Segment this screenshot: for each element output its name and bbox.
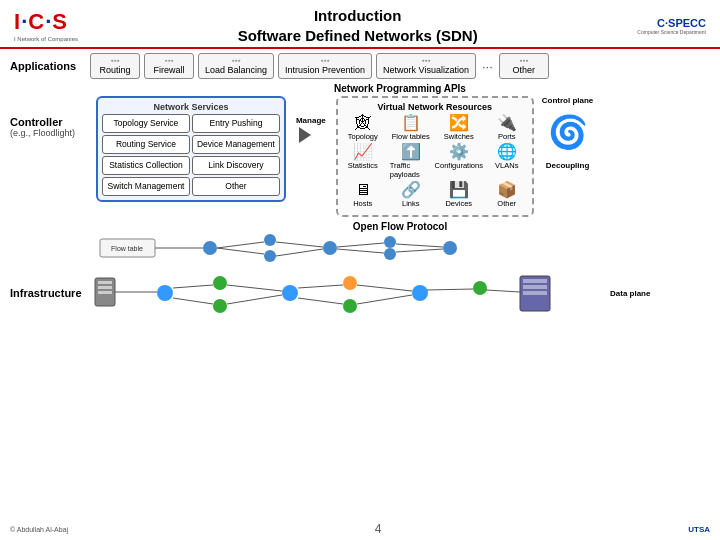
svg-line-14	[337, 243, 384, 247]
controller-sub: (e.g., Floodlight)	[10, 128, 90, 138]
logo-ics-area: I·C·S I Network of Companies	[14, 9, 78, 42]
vnr-row2: 📈 Statistics ⬆️ Traffic payloads ⚙️ Conf…	[342, 144, 528, 179]
vnr-flow-tables: 📋 Flow tables	[390, 115, 432, 141]
manage-arrow-icon	[299, 127, 323, 143]
vnr-vlans: 🌐 VLANs	[486, 144, 528, 179]
data-plane-label: Data plane	[610, 289, 650, 298]
svc-stats: Statistics Collection	[102, 156, 190, 175]
svg-line-10	[217, 242, 264, 248]
vnr-row3: 🖥 Hosts 🔗 Links 💾 Devices 📦 Other	[342, 182, 528, 208]
vnr-statistics: 📈 Statistics	[342, 144, 384, 179]
vnr-ports: 🔌 Ports	[486, 115, 528, 141]
svg-rect-31	[523, 279, 547, 283]
svg-line-16	[396, 244, 443, 247]
logo-sub: I Network of Companies	[14, 36, 78, 42]
svg-line-40	[298, 298, 343, 304]
svg-line-44	[486, 290, 520, 292]
header: I·C·S I Network of Companies Introductio…	[0, 0, 720, 49]
applications-label: Applications	[10, 60, 90, 72]
app-dots: ···	[480, 59, 495, 74]
svg-line-12	[276, 242, 323, 247]
vnr-topology: 🕸 Topology	[342, 115, 384, 141]
svc-link-discovery: Link Discovery	[192, 156, 280, 175]
svg-point-27	[343, 299, 357, 313]
infrastructure-svg	[90, 268, 610, 318]
vnr-title: Virtual Network Resources	[342, 102, 528, 112]
logo-cspec-area: C·SPECC Computer Science Department	[637, 17, 706, 35]
controller-main: Controller	[10, 116, 90, 128]
svg-line-36	[173, 298, 213, 304]
services-grid: Topology Service Entry Pushing Routing S…	[102, 114, 280, 196]
svg-point-6	[384, 236, 396, 248]
app-intrusion: Intrusion Prevention	[278, 53, 372, 79]
app-boxes: Routing Firewall Load Balancing Intrusio…	[90, 53, 549, 79]
svg-rect-19	[98, 281, 112, 284]
app-load-balancing: Load Balancing	[198, 53, 274, 79]
svg-point-25	[282, 285, 298, 301]
vnr-switches: 🔀 Switches	[438, 115, 480, 141]
svg-line-17	[396, 249, 443, 252]
virtual-network-resources: Virtual Network Resources 🕸 Topology 📋 F…	[336, 96, 534, 217]
svc-switch-mgmt: Switch Management	[102, 177, 190, 196]
svg-line-42	[357, 295, 412, 304]
svg-line-38	[227, 295, 282, 304]
control-plane-icon: 🌀	[548, 113, 588, 151]
vnr-other: 📦 Other	[486, 182, 528, 208]
svg-point-8	[443, 241, 457, 255]
vnr-config: ⚙️ Configurations	[438, 144, 480, 179]
svc-routing: Routing Service	[102, 135, 190, 154]
decoupling-label: Decoupling	[546, 161, 590, 170]
vnr-devices: 💾 Devices	[438, 182, 480, 208]
openflow-svg: Flow table	[90, 234, 590, 264]
svg-line-35	[173, 285, 213, 288]
svg-line-37	[227, 285, 282, 291]
vnr-row1: 🕸 Topology 📋 Flow tables 🔀 Switches 🔌 Po…	[342, 115, 528, 141]
svc-other: Other	[192, 177, 280, 196]
svg-point-22	[157, 285, 173, 301]
title-area: Introduction Software Defined Networks (…	[238, 6, 478, 45]
svg-line-41	[357, 285, 412, 291]
openflow-row: Open Flow Protocol Flow table	[90, 221, 710, 266]
svg-point-7	[384, 248, 396, 260]
infrastructure-row: Infrastructure	[10, 268, 710, 318]
svg-rect-20	[98, 286, 112, 289]
network-programming-label: Network Programming APIs	[90, 83, 710, 94]
svg-rect-33	[523, 291, 547, 295]
app-firewall: Firewall	[144, 53, 194, 79]
manage-label: Manage	[296, 116, 326, 125]
svg-point-23	[213, 276, 227, 290]
vnr-links: 🔗 Links	[390, 182, 432, 208]
app-other: Other	[499, 53, 549, 79]
openflow-title: Open Flow Protocol	[90, 221, 710, 232]
svg-point-24	[213, 299, 227, 313]
right-panel: Control plane 🌀 Decoupling	[542, 96, 594, 170]
svc-entry-pushing: Entry Pushing	[192, 114, 280, 133]
manage-area: Manage	[292, 116, 330, 143]
svg-line-15	[337, 249, 384, 253]
svg-line-43	[427, 289, 473, 290]
svg-line-11	[217, 248, 264, 254]
svg-rect-32	[523, 285, 547, 289]
svc-topology: Topology Service	[102, 114, 190, 133]
vnr-traffic: ⬆️ Traffic payloads	[390, 144, 432, 179]
logo-ics: I·C·S	[14, 9, 78, 35]
svg-point-5	[323, 241, 337, 255]
app-routing: Routing	[90, 53, 140, 79]
network-services-title: Network Services	[102, 102, 280, 112]
page-title: Introduction Software Defined Networks (…	[238, 6, 478, 45]
logo-cspec: C·SPECC	[637, 17, 706, 29]
svg-rect-21	[98, 291, 112, 294]
svg-point-28	[412, 285, 428, 301]
controller-label: Controller (e.g., Floodlight)	[10, 96, 90, 138]
footer-author: © Abdullah Al-Abaj	[10, 526, 68, 533]
network-services-panel: Network Services Topology Service Entry …	[96, 96, 286, 202]
footer-page: 4	[375, 522, 382, 536]
svg-line-39	[298, 285, 343, 288]
infrastructure-label: Infrastructure	[10, 287, 90, 299]
svg-point-4	[264, 250, 276, 262]
svg-point-3	[264, 234, 276, 246]
svc-device-mgmt: Device Management	[192, 135, 280, 154]
svg-text:Flow table: Flow table	[111, 245, 143, 252]
svg-point-2	[203, 241, 217, 255]
control-plane-label: Control plane	[542, 96, 594, 105]
